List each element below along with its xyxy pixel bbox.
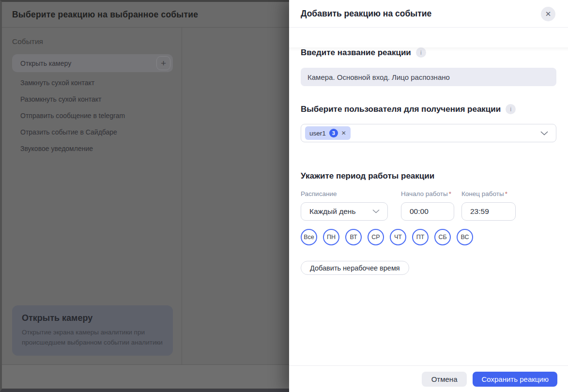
- modal-body: Введите название реакции i Камера. Основ…: [289, 47, 568, 275]
- day-pill-thu[interactable]: ЧТ: [390, 229, 406, 245]
- modal-footer: Отмена Сохранить реакцию: [289, 365, 568, 392]
- info-icon[interactable]: i: [416, 47, 426, 58]
- event-detail-title: Открыть камеру: [22, 313, 163, 323]
- info-icon[interactable]: i: [506, 104, 516, 114]
- event-item-sound-notification[interactable]: Звуковое уведомление: [12, 140, 173, 157]
- start-time-label: Начало работы*: [401, 190, 454, 197]
- user-chip: user1 3 ✕: [305, 126, 351, 140]
- screen: Выберите реакцию на выбранное событие Со…: [0, 0, 568, 392]
- add-reaction-modal: Добавить реакцию на событие ✕ Введите на…: [289, 0, 568, 392]
- chevron-down-icon: [372, 210, 380, 213]
- period-section-heading: Укажите период работы реакции: [301, 171, 556, 181]
- weekday-selector: Все ПН ВТ СР ЧТ ПТ СБ ВС: [301, 229, 556, 245]
- required-asterisk: *: [505, 190, 507, 197]
- schedule-select[interactable]: Каждый день: [301, 202, 388, 221]
- event-detail-card: Открыть камеру Открытие экрана камеры ан…: [12, 305, 173, 356]
- user-select-label: Выберите пользователя для получения реак…: [301, 105, 501, 114]
- event-item-label: Открыть камеру: [20, 60, 71, 67]
- day-pill-wed[interactable]: СР: [368, 229, 384, 245]
- events-panel: События Открыть камеру + Замкнуть сухой …: [2, 28, 182, 364]
- start-time-input[interactable]: 00:00: [401, 202, 454, 221]
- chevron-down-icon: [540, 131, 548, 136]
- reaction-name-label: Введите название реакции: [301, 48, 411, 58]
- event-detail-description: Открытие экрана камеры аналитики при про…: [22, 328, 163, 348]
- day-pill-sat[interactable]: СБ: [434, 229, 451, 245]
- user-select[interactable]: user1 3 ✕: [301, 124, 556, 142]
- day-pill-tue[interactable]: ВТ: [345, 229, 362, 245]
- event-item-open-dry-contact[interactable]: Разомкнуть сухой контакт: [12, 91, 173, 107]
- schedule-select-value: Каждый день: [309, 207, 355, 216]
- end-time-label: Конец работы*: [461, 190, 516, 197]
- close-icon: ✕: [545, 10, 552, 18]
- period-field-labels: Расписание Начало работы* Конец работы*: [301, 190, 556, 197]
- reaction-name-label-row: Введите название реакции i: [301, 47, 556, 58]
- plus-icon: +: [161, 59, 166, 68]
- event-item-close-dry-contact[interactable]: Замкнуть сухой контакт: [12, 75, 173, 91]
- chip-remove-icon[interactable]: ✕: [341, 130, 346, 136]
- modal-title: Добавить реакцию на событие: [301, 9, 431, 19]
- events-section-title: События: [12, 37, 173, 46]
- period-controls-row: Каждый день 00:00 23:59: [301, 202, 556, 221]
- add-reaction-button[interactable]: +: [156, 56, 170, 70]
- event-item-sidebar-event[interactable]: Отразить событие в Сайдбаре: [12, 124, 173, 140]
- event-item-telegram-message[interactable]: Отправить сообщение в telegram: [12, 107, 173, 124]
- panel-divider: [182, 28, 182, 364]
- end-time-input[interactable]: 23:59: [461, 202, 516, 221]
- day-pill-sun[interactable]: ВС: [457, 229, 473, 245]
- user-chip-count-badge: 3: [329, 129, 338, 137]
- save-reaction-button[interactable]: Сохранить реакцию: [473, 372, 557, 387]
- add-offtime-button[interactable]: Добавить нерабочее время: [301, 261, 409, 275]
- background-dialog-title: Выберите реакцию на выбранное событие: [12, 10, 198, 20]
- event-item-open-camera[interactable]: Открыть камеру +: [12, 54, 173, 72]
- day-pill-all[interactable]: Все: [301, 229, 317, 245]
- reaction-name-input[interactable]: Камера. Основной вход. Лицо распознано: [301, 68, 556, 86]
- user-chip-name: user1: [309, 130, 326, 137]
- modal-header: Добавить реакцию на событие ✕: [289, 0, 568, 28]
- cancel-button[interactable]: Отмена: [422, 372, 467, 387]
- required-asterisk: *: [449, 190, 451, 197]
- day-pill-fri[interactable]: ПТ: [412, 229, 429, 245]
- user-select-label-row: Выберите пользователя для получения реак…: [301, 104, 556, 114]
- close-button[interactable]: ✕: [541, 7, 555, 21]
- day-pill-mon[interactable]: ПН: [323, 229, 339, 245]
- schedule-label: Расписание: [301, 190, 388, 197]
